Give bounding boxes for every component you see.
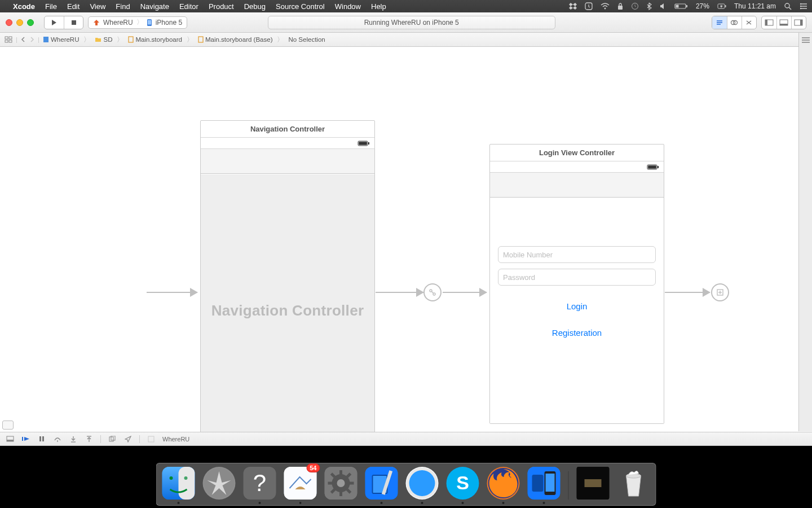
- dock-firefox[interactable]: [487, 467, 520, 500]
- push-segue-icon[interactable]: [711, 283, 729, 301]
- root-segue-icon[interactable]: [423, 283, 442, 301]
- timer-icon[interactable]: [585, 2, 593, 10]
- device-icon: [147, 19, 152, 27]
- menu-editor[interactable]: Editor: [174, 2, 204, 11]
- dock-trash[interactable]: [617, 467, 650, 500]
- menu-edit[interactable]: Edit: [62, 2, 85, 11]
- svg-rect-34: [9, 40, 12, 42]
- menu-find[interactable]: Find: [111, 2, 135, 11]
- chevron-right-icon: 〉: [276, 36, 285, 44]
- menu-file[interactable]: File: [40, 2, 62, 11]
- running-indicator: [421, 502, 423, 504]
- location-button[interactable]: [123, 436, 133, 443]
- jumpbar-storyboard[interactable]: Main.storyboard: [127, 36, 183, 43]
- run-button[interactable]: [45, 16, 64, 29]
- menu-source-control[interactable]: Source Control: [271, 2, 330, 11]
- stop-button[interactable]: [64, 16, 83, 29]
- toggle-navigator-button[interactable]: [762, 16, 776, 29]
- dock-skype[interactable]: S: [447, 467, 479, 500]
- bluetooth-icon[interactable]: [647, 2, 652, 10]
- segue-arrow[interactable]: [376, 292, 423, 293]
- svg-rect-35: [43, 37, 48, 42]
- related-items-button[interactable]: [3, 36, 14, 43]
- step-into-button[interactable]: [69, 436, 78, 443]
- close-window-button[interactable]: [6, 19, 12, 26]
- jumpbar-selection[interactable]: No Selection: [287, 36, 326, 43]
- view-debugger-button[interactable]: [108, 436, 117, 443]
- history-forward-button[interactable]: [29, 37, 36, 42]
- running-indicator: [381, 502, 383, 504]
- jump-bar[interactable]: | | WhereRU 〉 SD 〉 Main.storyboard 〉 Mai…: [0, 33, 812, 47]
- dock-safari[interactable]: [406, 467, 439, 500]
- jumpbar-storyboard-label: Main.storyboard: [135, 36, 182, 43]
- svg-point-85: [409, 470, 435, 496]
- standard-editor-button[interactable]: [712, 16, 727, 29]
- storyboard-canvas[interactable]: Navigation Controller Navigation Control…: [0, 47, 812, 432]
- dock-xcode[interactable]: [365, 467, 398, 500]
- placeholder-label: Navigation Controller: [211, 302, 364, 319]
- menu-navigate[interactable]: Navigate: [135, 2, 174, 11]
- lock-icon[interactable]: [617, 3, 623, 10]
- segue-arrow[interactable]: [665, 292, 710, 293]
- dock-minimized-window[interactable]: [577, 467, 610, 500]
- menu-window[interactable]: Window: [330, 2, 366, 11]
- version-editor-button[interactable]: [742, 16, 756, 29]
- timemachine-icon[interactable]: [631, 2, 639, 10]
- zoom-window-button[interactable]: [27, 19, 34, 26]
- pause-button[interactable]: [37, 436, 46, 442]
- toggle-debug-area-button[interactable]: [776, 16, 791, 29]
- continue-button[interactable]: [21, 436, 30, 442]
- spotlight-icon[interactable]: [784, 2, 792, 10]
- login-button[interactable]: Login: [498, 301, 656, 311]
- step-out-button[interactable]: [85, 436, 94, 443]
- scheme-selector[interactable]: WhereRU 〉 iPhone 5: [88, 16, 187, 29]
- dock-launchpad[interactable]: [203, 467, 236, 500]
- menubar-app-name[interactable]: Xcode: [8, 2, 40, 11]
- password-field[interactable]: Password: [498, 269, 656, 286]
- jumpbar-storyboard-base[interactable]: Main.storyboard (Base): [197, 36, 274, 43]
- toggle-outline-button[interactable]: [2, 421, 14, 430]
- navigation-controller-scene[interactable]: Navigation Controller Navigation Control…: [200, 120, 375, 432]
- svg-point-65: [170, 476, 173, 480]
- process-name[interactable]: WhereRU: [162, 436, 189, 443]
- mobile-number-field[interactable]: Mobile Number: [498, 246, 656, 263]
- utilities-collapsed-panel[interactable]: [798, 33, 812, 431]
- scene-body: Navigation Controller: [201, 174, 374, 432]
- navigation-bar[interactable]: [201, 149, 374, 174]
- hide-debug-button[interactable]: [6, 436, 15, 442]
- menu-debug[interactable]: Debug: [239, 2, 271, 11]
- registration-button[interactable]: Registeration: [498, 328, 656, 338]
- dropbox-icon[interactable]: [569, 3, 577, 10]
- dock-simulator[interactable]: [528, 467, 561, 500]
- segue-arrow[interactable]: [443, 292, 487, 293]
- toggle-utilities-button[interactable]: [791, 16, 806, 29]
- dock-help[interactable]: ?: [244, 467, 276, 500]
- menu-help[interactable]: Help: [366, 2, 391, 11]
- menubar-clock[interactable]: Thu 11:21 am: [734, 2, 776, 10]
- scheme-device-label: iPhone 5: [156, 19, 182, 27]
- jumpbar-folder[interactable]: SD: [94, 36, 113, 43]
- minimize-window-button[interactable]: [16, 19, 23, 26]
- battery-icon[interactable]: [674, 3, 688, 10]
- scene-title: Navigation Controller: [201, 121, 374, 138]
- jumpbar-project[interactable]: WhereRU: [42, 36, 80, 43]
- wifi-icon[interactable]: [601, 3, 610, 10]
- menu-view[interactable]: View: [85, 2, 111, 11]
- notification-center-icon[interactable]: [800, 3, 807, 10]
- dock-finder[interactable]: [162, 467, 195, 500]
- menu-product[interactable]: Product: [204, 2, 239, 11]
- step-over-button[interactable]: [53, 436, 62, 443]
- svg-rect-40: [359, 142, 367, 145]
- login-view-controller-scene[interactable]: Login View Controller Mobile Number Pass…: [489, 144, 664, 424]
- history-back-button[interactable]: [20, 37, 27, 42]
- dock-system-preferences[interactable]: [325, 467, 358, 500]
- dock-mail[interactable]: 54: [284, 467, 317, 500]
- svg-rect-26: [765, 20, 767, 25]
- navigation-bar[interactable]: [490, 173, 664, 198]
- xcode-toolbar: WhereRU 〉 iPhone 5 Running WhereRU on iP…: [0, 12, 812, 33]
- volume-icon[interactable]: [660, 3, 667, 10]
- svg-rect-46: [648, 165, 656, 169]
- panel-toggle-segment: [761, 16, 806, 29]
- initial-scene-arrow[interactable]: [147, 292, 197, 293]
- assistant-editor-button[interactable]: [727, 16, 742, 29]
